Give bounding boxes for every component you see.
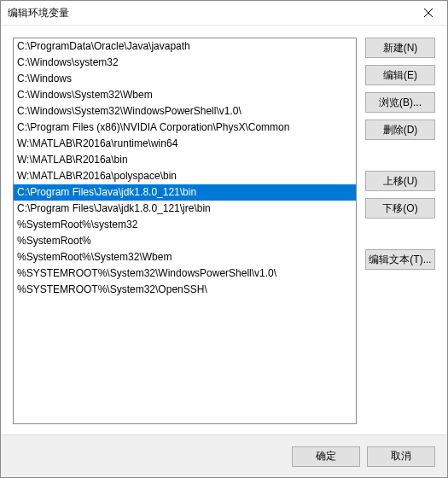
delete-button[interactable]: 删除(D) xyxy=(365,120,435,140)
titlebar: 编辑环境变量 xyxy=(1,1,447,26)
move-up-button[interactable]: 上移(U) xyxy=(365,171,435,191)
browse-button[interactable]: 浏览(B)... xyxy=(365,92,435,113)
move-down-button[interactable]: 下移(O) xyxy=(365,198,435,219)
list-item[interactable]: C:\Program Files\Java\jdk1.8.0_121\jre\b… xyxy=(14,201,356,217)
list-item[interactable]: C:\Windows\System32\WindowsPowerShell\v1… xyxy=(14,103,356,120)
list-item[interactable]: %SYSTEMROOT%\System32\OpenSSH\ xyxy=(14,282,356,298)
dialog-footer: 确定 取消 xyxy=(1,434,447,477)
list-item[interactable]: %SystemRoot%\system32 xyxy=(14,217,356,233)
list-item[interactable]: C:\Program Files\Java\jdk1.8.0_121\bin xyxy=(14,184,356,201)
dialog-window: 编辑环境变量 C:\ProgramData\Oracle\Java\javapa… xyxy=(0,0,448,478)
list-item[interactable]: C:\Windows xyxy=(14,71,356,87)
list-item[interactable]: W:\MATLAB\R2016a\bin xyxy=(14,152,356,168)
list-item[interactable]: W:\MATLAB\R2016a\runtime\win64 xyxy=(14,136,356,152)
list-item[interactable]: %SYSTEMROOT%\System32\WindowsPowerShell\… xyxy=(14,265,356,282)
edit-text-button[interactable]: 编辑文本(T)... xyxy=(365,249,435,270)
list-item[interactable]: C:\Windows\System32\Wbem xyxy=(14,87,356,103)
list-item[interactable]: C:\Windows\system32 xyxy=(14,55,356,71)
new-button[interactable]: 新建(N) xyxy=(365,38,435,58)
path-listbox[interactable]: C:\ProgramData\Oracle\Java\javapathC:\Wi… xyxy=(13,38,357,424)
dialog-body: C:\ProgramData\Oracle\Java\javapathC:\Wi… xyxy=(1,26,447,424)
side-buttons: 新建(N) 编辑(E) 浏览(B)... 删除(D) 上移(U) 下移(O) 编… xyxy=(365,38,435,424)
list-item[interactable]: C:\Program Files (x86)\NVIDIA Corporatio… xyxy=(14,120,356,136)
ok-button[interactable]: 确定 xyxy=(292,446,360,467)
edit-button[interactable]: 编辑(E) xyxy=(365,65,435,85)
list-item[interactable]: C:\ProgramData\Oracle\Java\javapath xyxy=(14,38,356,55)
list-item[interactable]: %SystemRoot%\System32\Wbem xyxy=(14,249,356,265)
window-title: 编辑环境变量 xyxy=(8,6,409,20)
list-item[interactable]: %SystemRoot% xyxy=(14,233,356,249)
cancel-button[interactable]: 取消 xyxy=(367,446,435,467)
close-icon xyxy=(424,9,433,17)
list-item[interactable]: W:\MATLAB\R2016a\polyspace\bin xyxy=(14,168,356,184)
close-button[interactable] xyxy=(409,1,447,25)
